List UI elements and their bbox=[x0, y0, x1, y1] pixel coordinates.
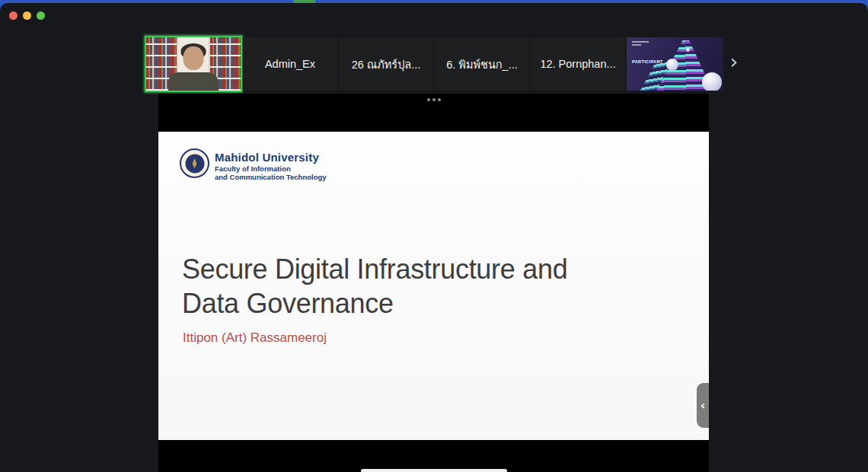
thumbnail-micro-text bbox=[632, 41, 649, 47]
participant-tile[interactable]: 6. พิมพ์ชนก_... bbox=[435, 37, 529, 91]
collapse-panel-handle[interactable]: ‹ bbox=[697, 383, 709, 428]
close-window-button[interactable] bbox=[9, 11, 18, 20]
meeting-app-window: Admin_Ex 26 ณภัทร์ปุล... 6. พิมพ์ชนก_...… bbox=[0, 3, 868, 472]
participant-tile[interactable]: 26 ณภัทร์ปุล... bbox=[339, 37, 433, 91]
mahidol-emblem-icon bbox=[180, 148, 209, 178]
slide-title-line: Data Governance bbox=[182, 286, 567, 321]
participant-name: Admin_Ex bbox=[265, 58, 315, 70]
slide-title-line: Secure Digital Infrastructure and bbox=[182, 252, 567, 286]
university-logo: Mahidol University Faculty of Informatio… bbox=[180, 148, 327, 181]
participant-name: 12. Pornphan... bbox=[540, 58, 615, 70]
sphere-graphic bbox=[666, 59, 678, 71]
speaker-shirt bbox=[168, 72, 219, 92]
window-controls bbox=[9, 11, 45, 20]
minimize-window-button[interactable] bbox=[23, 11, 31, 20]
logo-faculty-line: and Communication Technology bbox=[215, 174, 327, 182]
logo-org-name: Mahidol University bbox=[215, 151, 327, 164]
participant-slide-thumbnail[interactable]: PARTICIPANT bbox=[627, 37, 723, 91]
participant-name: 26 ณภัทร์ปุล... bbox=[352, 56, 421, 73]
slide-title: Secure Digital Infrastructure and Data G… bbox=[182, 252, 567, 321]
presentation-slide: Mahidol University Faculty of Informatio… bbox=[158, 132, 709, 440]
speaker-face bbox=[183, 46, 204, 70]
sphere-graphic bbox=[702, 72, 722, 91]
presenter-name: Ittipon (Art) Rassameeroj bbox=[183, 330, 327, 346]
active-speaker-video-tile[interactable] bbox=[145, 36, 242, 92]
participant-tile[interactable]: 12. Pornphan... bbox=[531, 37, 625, 91]
more-options-handle-icon[interactable] bbox=[426, 97, 442, 103]
participant-name: 6. พิมพ์ชนก_... bbox=[446, 56, 517, 73]
chevron-left-icon: ‹ bbox=[700, 399, 705, 413]
logo-faculty-line: Faculty of Information bbox=[215, 165, 327, 174]
sphere-graphic bbox=[686, 48, 690, 52]
participant-filmstrip: Admin_Ex 26 ณภัทร์ปุล... 6. พิมพ์ชนก_...… bbox=[145, 33, 754, 92]
zoom-window-button[interactable] bbox=[37, 11, 45, 20]
shared-screen-region: Mahidol University Faculty of Informatio… bbox=[158, 94, 709, 472]
participant-tile[interactable]: Admin_Ex bbox=[243, 37, 337, 91]
chevron-right-icon[interactable]: › bbox=[725, 46, 743, 77]
home-indicator-bar bbox=[361, 469, 507, 472]
thumbnail-participant-label: PARTICIPANT bbox=[632, 59, 663, 64]
